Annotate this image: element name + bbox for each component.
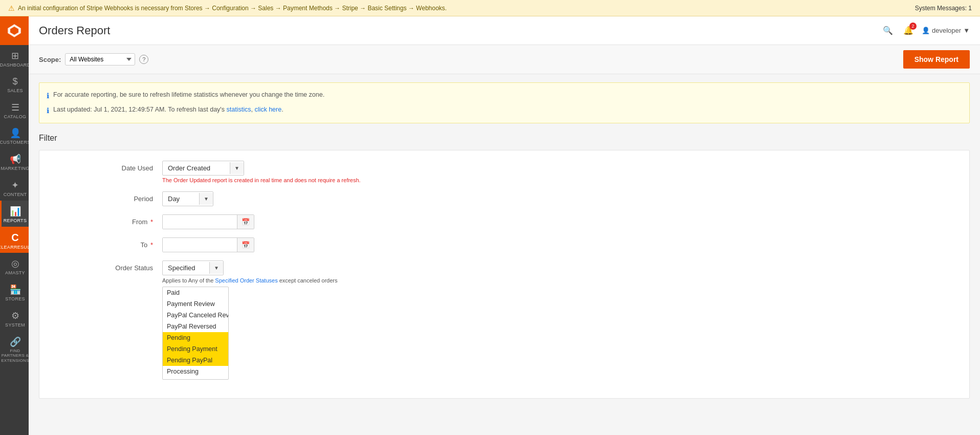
sidebar-item-sales[interactable]: $ SALES [0, 71, 29, 97]
info-message-1: For accurate reporting, be sure to refre… [53, 91, 324, 98]
page-title: Orders Report [39, 24, 110, 37]
find-partners-icon: 🔗 [10, 336, 21, 347]
status-listbox[interactable]: Paid Payment Review PayPal Canceled Reve… [163, 287, 228, 379]
system-messages[interactable]: System Messages: 1 [915, 5, 972, 12]
from-input-wrap: 📅 [162, 214, 254, 229]
from-calendar-icon[interactable]: 📅 [237, 215, 254, 229]
stores-icon: 🏪 [10, 284, 21, 295]
clearresult-icon: C [11, 232, 18, 244]
show-report-button[interactable]: Show Report [903, 50, 970, 69]
sidebar-logo[interactable] [0, 16, 29, 45]
header-actions: 🔍 🔔 2 👤 developer ▼ [881, 24, 970, 37]
date-used-value: Order Created [163, 161, 230, 175]
filter-title: Filter [39, 134, 970, 143]
customers-icon: 👤 [10, 127, 21, 139]
period-label: Period [80, 191, 162, 203]
sidebar-item-clearresult[interactable]: C CLEARRESULT [0, 227, 29, 253]
statistics-link[interactable]: statistics [226, 106, 251, 113]
sidebar-item-label: REPORTS [4, 218, 27, 224]
list-item[interactable]: Paid [163, 287, 228, 298]
dashboard-icon: ⊞ [11, 50, 19, 61]
list-item-pending-payment[interactable]: Pending Payment [163, 343, 228, 355]
user-menu-button[interactable]: 👤 developer ▼ [922, 27, 970, 34]
system-icon: ⚙ [11, 310, 19, 321]
sidebar-item-label: AMASTY [5, 270, 25, 276]
catalog-icon: ☰ [11, 102, 19, 113]
notifications-button[interactable]: 🔔 2 [901, 24, 916, 37]
info-message-2: Last updated: Jul 1, 2021, 12:49:57 AM. … [53, 106, 284, 113]
order-status-note: Applies to Any of the Specified Order St… [162, 277, 337, 284]
scope-label: Scope: [39, 56, 61, 63]
sidebar-item-label: SALES [7, 88, 23, 94]
from-label: From * [80, 214, 162, 226]
list-item[interactable]: PayPal Reversed [163, 321, 228, 332]
warning-icon: ⚠ [8, 4, 15, 12]
page-header: Orders Report 🔍 🔔 2 👤 developer ▼ [29, 16, 980, 45]
sidebar-item-stores[interactable]: 🏪 STORES [0, 279, 29, 305]
info-icon-1: ℹ [47, 92, 49, 100]
info-box: ℹ For accurate reporting, be sure to ref… [39, 82, 970, 123]
sidebar-item-label: CONTENT [4, 192, 27, 198]
sidebar-item-catalog[interactable]: ☰ CATALOG [0, 97, 29, 123]
sidebar-item-label: DASHBOARD [0, 62, 29, 68]
filter-section: Filter Date Used Order Created ▼ The Ord… [39, 134, 970, 399]
sidebar-item-label: SYSTEM [5, 322, 25, 328]
to-input-wrap: 📅 [162, 237, 254, 252]
chevron-down-icon: ▼ [963, 27, 970, 34]
filter-form: Date Used Order Created ▼ The Order Upda… [39, 150, 970, 399]
sidebar-item-customers[interactable]: 👤 CUSTOMERS [0, 122, 29, 148]
content-icon: ✦ [11, 180, 19, 191]
period-dropdown[interactable]: Day ▼ [162, 191, 213, 206]
click-here-link[interactable]: click here [254, 106, 281, 113]
to-label: To * [80, 237, 162, 249]
order-status-label: Order Status [80, 260, 162, 272]
period-arrow: ▼ [199, 193, 213, 205]
date-used-dropdown[interactable]: Order Created ▼ [162, 161, 244, 176]
date-used-arrow: ▼ [230, 162, 244, 174]
specified-link[interactable]: Specified Order Statuses [215, 277, 277, 284]
warning-message: An initial configuration of Stripe Webho… [18, 5, 447, 12]
list-item-pending-paypal[interactable]: Pending PayPal [163, 355, 228, 366]
order-status-arrow: ▼ [209, 262, 223, 274]
scope-bar: Scope: All Websites Main Website Main We… [29, 45, 980, 74]
sidebar-item-marketing[interactable]: 📢 MARKETING [0, 148, 29, 175]
order-status-row: Order Status Specified ▼ Applies to Any … [80, 260, 959, 380]
sidebar-item-label: MARKETING [1, 166, 29, 171]
from-row: From * 📅 [80, 214, 959, 229]
list-item[interactable]: PayPal Canceled Reversal [163, 310, 228, 321]
marketing-icon: 📢 [10, 154, 21, 165]
from-required: * [150, 218, 153, 226]
order-status-dropdown[interactable]: Specified ▼ [162, 260, 224, 275]
period-row: Period Day ▼ [80, 191, 959, 206]
sidebar-item-reports[interactable]: 📊 REPORTS [0, 201, 29, 227]
status-listbox-container: Paid Payment Review PayPal Canceled Reve… [162, 287, 229, 380]
sidebar-item-label: STORES [5, 296, 25, 302]
list-item-pending[interactable]: Pending [163, 332, 228, 343]
sidebar-item-content[interactable]: ✦ CONTENT [0, 175, 29, 201]
sidebar-item-amasty[interactable]: ◎ AMASTY [0, 253, 29, 279]
to-input[interactable] [163, 238, 237, 252]
order-status-value: Specified [163, 261, 209, 275]
list-item[interactable]: Rejected [163, 377, 228, 379]
scope-select[interactable]: All Websites Main Website Main Website S… [65, 53, 135, 66]
user-name: developer [932, 27, 961, 34]
main-content: ℹ For accurate reporting, be sure to ref… [29, 74, 980, 435]
sidebar-item-find-partners[interactable]: 🔗 FIND PARTNERS & EXTENSIONS [0, 331, 29, 366]
reports-icon: 📊 [10, 206, 21, 217]
sidebar-item-dashboard[interactable]: ⊞ DASHBOARD [0, 45, 29, 71]
info-icon-2: ℹ [47, 106, 49, 115]
sidebar-item-system[interactable]: ⚙ SYSTEM [0, 305, 29, 331]
to-row: To * 📅 [80, 237, 959, 252]
search-button[interactable]: 🔍 [881, 24, 895, 37]
sidebar-item-label: CLEARRESULT [0, 245, 29, 250]
help-icon[interactable]: ? [139, 55, 148, 64]
sidebar-item-label: FIND PARTNERS & EXTENSIONS [1, 349, 29, 363]
list-item[interactable]: Processing [163, 366, 228, 377]
sidebar: ⊞ DASHBOARD $ SALES ☰ CATALOG 👤 CUSTOMER… [0, 16, 29, 435]
from-input[interactable] [163, 215, 237, 229]
to-calendar-icon[interactable]: 📅 [237, 238, 254, 252]
user-icon: 👤 [922, 27, 930, 34]
list-item[interactable]: Payment Review [163, 298, 228, 310]
warning-bar: ⚠ An initial configuration of Stripe Web… [0, 0, 980, 16]
date-used-helper: The Order Updated report is created in r… [162, 177, 361, 183]
